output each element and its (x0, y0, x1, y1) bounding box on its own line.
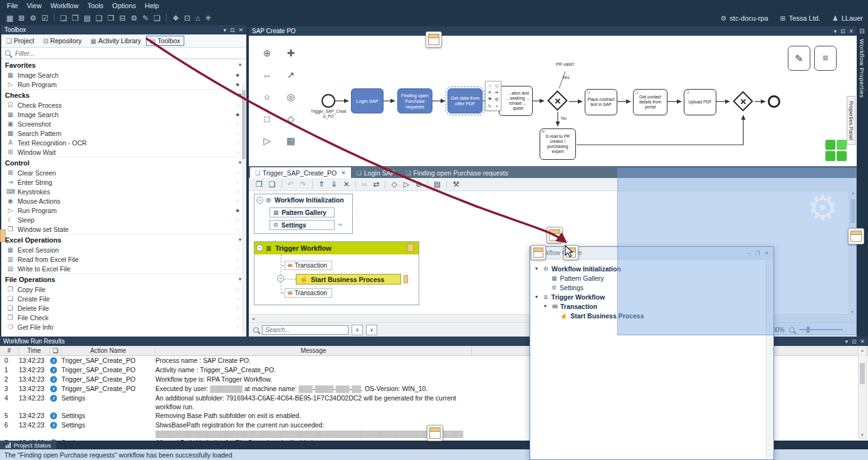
pin-icon[interactable]: ⊡ (230, 27, 235, 33)
favorite-star-icon[interactable]: ☆ (235, 149, 240, 155)
toolbox-item[interactable]: AText Recognition - OCR☆ (1, 138, 246, 147)
arrow-icon[interactable]: ➔ (493, 89, 500, 96)
collapse-button[interactable]: − (277, 275, 284, 282)
task-get-data-from-offer-pdf[interactable]: Get data from offer PDF (447, 88, 483, 113)
grid-icon[interactable]: ▦ (4, 14, 16, 23)
favorite-star-icon[interactable]: ☆ (235, 266, 240, 272)
process-canvas[interactable]: ⊕ ✚ ⇔ ↗ ○ ◎ □ ◇ ▷ ▦ Trigger_SAP_Create_P… (249, 36, 857, 166)
task-get-contact-details[interactable]: ❏Get contact details from portal (633, 89, 667, 115)
tree-item-trigger-workflow[interactable]: ▾≣Trigger Workflow (530, 292, 773, 301)
calendar-icon[interactable]: ⊟ (117, 14, 128, 23)
move-tool-icon[interactable]: ✚ (279, 42, 303, 64)
start-event-tool-icon[interactable]: ○ (255, 86, 279, 108)
clear-run-icon[interactable]: ⊘ (412, 180, 425, 189)
toolbox-item[interactable]: ❐Window set State☆ (1, 224, 246, 234)
edit-icon[interactable]: ✎ (486, 103, 493, 110)
filter-input[interactable] (14, 49, 243, 58)
section-excel-operations[interactable]: Excel Operations▾ (1, 234, 246, 245)
toolbox-item[interactable]: ❐Copy File☆ (1, 285, 246, 294)
resize-tool-icon[interactable]: ⇔ (255, 64, 279, 86)
favorite-star-icon[interactable]: ★ (235, 207, 240, 214)
favorite-star-icon[interactable]: ☆ (235, 217, 240, 223)
settings-icon[interactable]: ⚙ (27, 14, 39, 23)
documents-icon[interactable]: ❒ (105, 14, 117, 23)
chevron-down-icon[interactable]: ▾ (845, 338, 848, 345)
toolbox-item[interactable]: ◉Mouse Actions☆ (1, 196, 246, 206)
pin-icon[interactable]: ✑ (338, 222, 343, 228)
map-tool-icon[interactable]: ▦ (279, 130, 303, 152)
toolbox-item[interactable]: ⊠Clear Screen☆ (1, 168, 246, 177)
favorite-star-icon[interactable]: ★ (235, 112, 240, 118)
dock-guide-bottom[interactable] (427, 425, 443, 441)
tab-toolbox[interactable]: ▤Toolbox (146, 36, 184, 46)
toolbox-item[interactable]: ❒File Check☆ (1, 313, 246, 322)
close-icon[interactable]: ✕ (849, 28, 854, 34)
scrollbar-thumb[interactable] (850, 199, 855, 223)
workflow-properties-tab[interactable]: Workflow Properties (859, 39, 865, 98)
asterisk-icon[interactable]: ✳ (202, 14, 214, 23)
favorite-star-icon[interactable]: ☆ (235, 286, 240, 293)
chart-icon[interactable]: ❖ (170, 14, 182, 23)
toolbox-item[interactable]: ▷Run Program★ (1, 206, 246, 215)
tab-repository[interactable]: ⊟Repository (39, 36, 86, 46)
toolbox-item[interactable]: ▷Run Program★ (1, 80, 246, 89)
find-next-button[interactable]: ∨ (366, 325, 377, 335)
tree-item-transaction[interactable]: ▾66Transaction (530, 301, 773, 311)
expander-icon[interactable]: ▾ (535, 266, 540, 271)
favorite-star-icon[interactable]: ☆ (235, 102, 240, 108)
collapse-button[interactable]: − (256, 197, 263, 204)
properties-panel-tab[interactable]: Properties Panel (847, 96, 855, 145)
copy-document-icon[interactable]: ❑ (93, 14, 105, 23)
menu-view[interactable]: View (23, 1, 46, 10)
new-document-icon[interactable]: ❏ (58, 14, 70, 23)
vertical-scrollbar[interactable]: ▴ ▾ (849, 191, 857, 315)
dock-guide-center[interactable] (546, 227, 563, 243)
menu-button[interactable]: ≡ (814, 46, 837, 71)
task-place-contract-text[interactable]: ❏Place contract text in SAP (585, 89, 617, 115)
tab-finding-open-purchase-requests[interactable]: ❏Finding open Purchase requests (400, 167, 513, 178)
edit-icon[interactable]: ✎ (140, 14, 151, 23)
tree-item-workflow-initialization[interactable]: ▾⚙Workflow Initialization (530, 264, 773, 273)
task-finding-open-purchase-requests[interactable]: Finding open Purchase requests (397, 88, 432, 113)
favorite-star-icon[interactable]: ★ (235, 72, 240, 78)
toolbox-item[interactable]: ▦Excel Session☆ (1, 245, 246, 254)
section-file-operations[interactable]: File Operations▾ (1, 273, 246, 285)
favorite-star-icon[interactable]: ☆ (235, 121, 240, 127)
gateway-tool-icon[interactable]: ◇ (279, 108, 303, 130)
open-document-icon[interactable]: ❐ (70, 14, 81, 23)
monitor-icon[interactable]: ⊡ (182, 14, 193, 23)
section-favorites[interactable]: Favorites▾ (1, 59, 246, 70)
event-icon[interactable]: ○ (486, 82, 493, 89)
link-icon[interactable]: ∞ (358, 180, 370, 189)
minimize-icon[interactable]: – (747, 250, 750, 256)
favorite-star-icon[interactable]: ☆ (235, 305, 240, 311)
task-occluded[interactable]: …ation and …seeking …rchase …quest (499, 86, 533, 116)
tree-item-settings[interactable]: ⚙Settings (530, 283, 773, 292)
dock-guide-tab-left[interactable] (531, 245, 546, 260)
toolbox-item[interactable]: ▦Image Search★ (1, 70, 246, 80)
tab-activity-library[interactable]: ▦Activity Library (86, 36, 145, 46)
toolbox-item[interactable]: ❏Create File☆ (1, 294, 246, 303)
favorite-star-icon[interactable]: ☆ (235, 189, 240, 195)
dock-guide-tab-right[interactable] (563, 245, 578, 260)
toolbox-item[interactable]: ▥Read from Excel File☆ (1, 254, 246, 264)
home-icon[interactable]: ⌂ (193, 14, 202, 23)
trigger-workflow-block[interactable]: ≣Trigger Workflow − 66Transaction − ☝Sta… (254, 241, 419, 305)
close-tab-icon[interactable]: ✕ (341, 170, 346, 176)
toolbox-item[interactable]: ⇥Enter String☆ (1, 177, 246, 187)
pan-tool-icon[interactable]: ⊕ (255, 42, 279, 64)
collapse-button[interactable]: − (256, 244, 263, 251)
toolbox-scrollbar[interactable] (242, 83, 246, 335)
delete-icon[interactable]: ✕ (340, 180, 353, 189)
undo-icon[interactable]: ↶ (285, 180, 297, 189)
signature-button[interactable]: ✎ (788, 46, 810, 71)
toolbox-item[interactable]: ▣Screenshot☆ (1, 119, 246, 128)
workflow-initialization-block[interactable]: − ⚙Workflow Initialization ▦Pattern Gall… (254, 194, 353, 234)
end-event-tool-icon[interactable]: ◎ (279, 86, 303, 108)
chevron-down-icon[interactable]: ▾ (834, 28, 837, 34)
outline-scrollbar[interactable] (766, 259, 773, 459)
menu-workflow[interactable]: Workflow (46, 1, 83, 10)
library-icon[interactable]: ▤ (81, 14, 93, 23)
col-trace-icon[interactable]: ❏ (50, 346, 61, 355)
favorite-star-icon[interactable]: ☆ (235, 226, 240, 233)
